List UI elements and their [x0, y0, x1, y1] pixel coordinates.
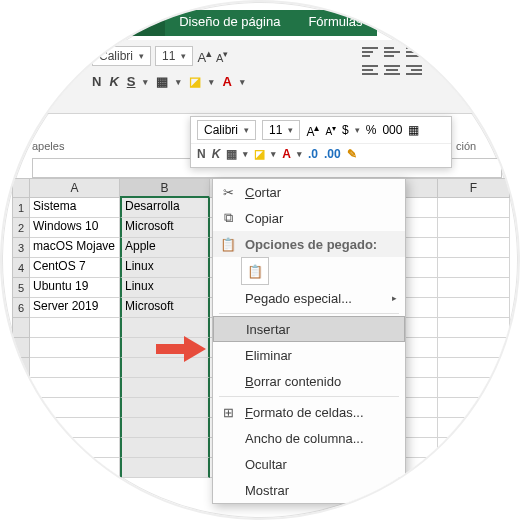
cell[interactable] [438, 418, 510, 438]
grow-font-icon[interactable]: A▴ [306, 122, 319, 139]
align-top-icon[interactable] [362, 46, 378, 58]
font-color-icon[interactable]: A [282, 147, 291, 161]
align-left-icon[interactable] [362, 64, 378, 76]
cell[interactable] [30, 418, 120, 438]
cell[interactable]: Windows 10 [30, 218, 120, 238]
fill-color-icon[interactable]: ◪ [189, 74, 201, 89]
cell[interactable] [438, 298, 510, 318]
cell[interactable] [438, 438, 510, 458]
ctx-delete[interactable]: Eliminar [213, 342, 405, 368]
cell[interactable] [438, 318, 510, 338]
mini-size-select[interactable]: 11▾ [262, 120, 300, 140]
align-middle-icon[interactable] [384, 46, 400, 58]
ctx-cut[interactable]: ✂Cortar [213, 179, 405, 205]
row-header[interactable]: 2 [12, 218, 30, 238]
font-name-select[interactable]: Calibri▾ [92, 46, 151, 66]
row-header[interactable] [12, 338, 30, 358]
ctx-hide[interactable]: Ocultar [213, 451, 405, 477]
row-header[interactable]: 5 [12, 278, 30, 298]
borders-icon[interactable]: ▦ [226, 147, 237, 161]
ctx-insert[interactable]: Insertar [213, 316, 405, 342]
cell[interactable] [30, 318, 120, 338]
cell[interactable] [438, 338, 510, 358]
bold-button[interactable]: N [197, 147, 206, 161]
font-color-icon[interactable]: A [222, 74, 231, 89]
align-right-icon[interactable] [406, 64, 422, 76]
cell[interactable]: Apple [120, 238, 210, 258]
ctx-show[interactable]: Mostrar [213, 477, 405, 503]
cell[interactable] [30, 398, 120, 418]
cell[interactable]: Linux [120, 278, 210, 298]
cell[interactable]: Microsoft [120, 218, 210, 238]
cell[interactable]: Linux [120, 258, 210, 278]
column-header-A[interactable]: A [30, 178, 120, 198]
cell[interactable] [120, 398, 210, 418]
bold-button[interactable]: N [92, 74, 101, 89]
row-header[interactable] [12, 358, 30, 378]
cell[interactable] [438, 258, 510, 278]
percent-icon[interactable]: % [366, 123, 377, 137]
cell[interactable] [120, 378, 210, 398]
cell[interactable]: Ubuntu 19 [30, 278, 120, 298]
ctx-clear[interactable]: Borrar contenido [213, 368, 405, 394]
cell[interactable] [30, 438, 120, 458]
ctx-copy[interactable]: ⧉Copiar [213, 205, 405, 231]
align-bottom-icon[interactable] [406, 46, 422, 58]
cell[interactable]: Microsoft [120, 298, 210, 318]
row-header[interactable]: 6 [12, 298, 30, 318]
cell[interactable] [120, 458, 210, 478]
align-center-icon[interactable] [384, 64, 400, 76]
cell[interactable] [438, 198, 510, 218]
row-header[interactable] [12, 418, 30, 438]
shrink-font-icon[interactable]: A▾ [325, 123, 336, 137]
ribbon-tab-page-layout[interactable]: Diseño de página [165, 10, 294, 36]
cell[interactable] [120, 438, 210, 458]
cell[interactable] [120, 318, 210, 338]
column-header-F[interactable]: F [438, 178, 510, 198]
cell[interactable] [30, 358, 120, 378]
decrease-decimal-icon[interactable]: .0 [308, 147, 318, 161]
cell[interactable] [438, 218, 510, 238]
cell[interactable]: CentOS 7 [30, 258, 120, 278]
cell[interactable] [438, 458, 510, 478]
cell[interactable] [438, 378, 510, 398]
cell[interactable] [438, 238, 510, 258]
underline-button[interactable]: S [127, 74, 136, 89]
grow-font-icon[interactable]: A▴ [197, 47, 212, 65]
ribbon-tab-formulas[interactable]: Fórmulas [294, 10, 376, 36]
fill-color-icon[interactable]: ◪ [254, 147, 265, 161]
cell[interactable] [438, 358, 510, 378]
italic-button[interactable]: K [109, 74, 118, 89]
font-size-select[interactable]: 11▾ [155, 46, 193, 66]
cell[interactable]: Desarrolla [120, 198, 210, 218]
row-header[interactable] [12, 458, 30, 478]
row-header[interactable] [12, 318, 30, 338]
ctx-paste-special[interactable]: Pegado especial...▸ [213, 285, 405, 311]
italic-button[interactable]: K [212, 147, 221, 161]
cell[interactable] [120, 418, 210, 438]
row-header[interactable]: 1 [12, 198, 30, 218]
ribbon-tab-insert[interactable]: tar [122, 10, 165, 36]
ctx-format-cells[interactable]: ⊞Formato de celdas... [213, 399, 405, 425]
cell[interactable] [30, 338, 120, 358]
row-header[interactable] [12, 438, 30, 458]
cell[interactable] [438, 398, 510, 418]
cell[interactable]: Server 2019 [30, 298, 120, 318]
cell[interactable]: macOS Mojave [30, 238, 120, 258]
increase-decimal-icon[interactable]: .00 [324, 147, 341, 161]
cell[interactable]: Sistema [30, 198, 120, 218]
row-header[interactable] [12, 378, 30, 398]
select-all-corner[interactable] [12, 178, 30, 198]
borders-icon[interactable]: ▦ [156, 74, 168, 89]
row-header[interactable] [12, 398, 30, 418]
mini-font-select[interactable]: Calibri▾ [197, 120, 256, 140]
shrink-font-icon[interactable]: A▾ [216, 48, 228, 64]
currency-icon[interactable]: $ [342, 123, 349, 137]
cell[interactable] [30, 378, 120, 398]
paste-option-button[interactable]: 📋 [241, 257, 269, 285]
cell[interactable] [30, 458, 120, 478]
column-header-B[interactable]: B [120, 178, 210, 198]
format-painter-icon[interactable]: ✎ [347, 147, 357, 161]
ctx-column-width[interactable]: Ancho de columna... [213, 425, 405, 451]
cell[interactable] [438, 278, 510, 298]
